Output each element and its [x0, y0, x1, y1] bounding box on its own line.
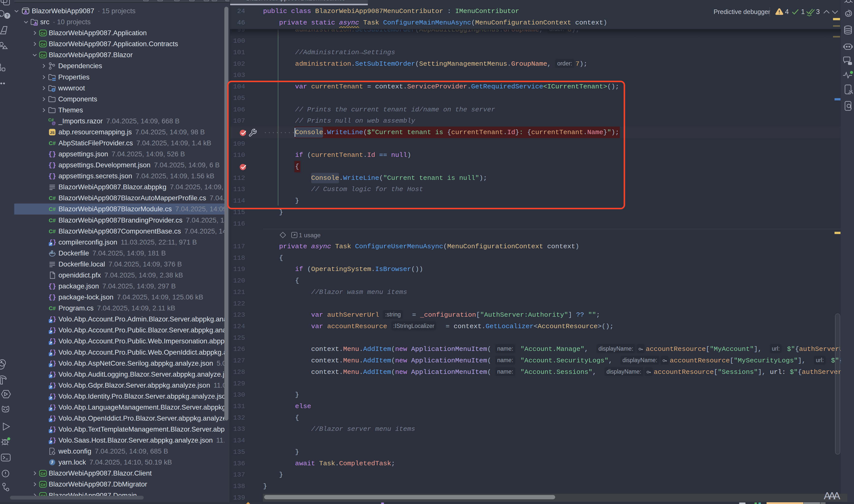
svg-text:C#: C# — [40, 31, 46, 35]
svg-text:C#: C# — [49, 228, 56, 235]
svg-text:{}: {} — [48, 173, 56, 180]
svg-text:C#: C# — [40, 53, 46, 57]
svg-text:C#: C# — [49, 206, 56, 212]
svg-text:C#: C# — [49, 195, 56, 201]
svg-text:C#: C# — [40, 42, 46, 47]
svg-text:C#: C# — [49, 217, 56, 223]
svg-text:{}: {} — [48, 294, 56, 301]
svg-text:{}: {} — [48, 150, 56, 158]
svg-text:C#: C# — [49, 305, 56, 311]
svg-text:?: ? — [6, 14, 8, 18]
svg-text:{}: {} — [48, 162, 56, 169]
svg-text:@: @ — [52, 121, 56, 125]
svg-text:JS: JS — [50, 130, 54, 134]
svg-text:C#: C# — [49, 140, 56, 146]
svg-text:C#: C# — [40, 483, 46, 487]
svg-text:{}: {} — [48, 283, 56, 290]
svg-text:C#: C# — [40, 471, 46, 476]
